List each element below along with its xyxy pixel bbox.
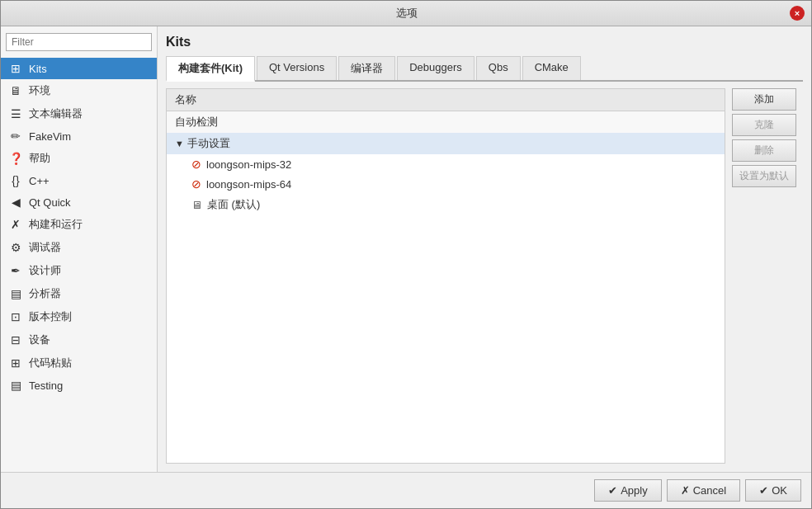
kits-icon: ⊞: [7, 62, 24, 75]
apply-label: Apply: [621, 484, 648, 497]
monitor-icon: 🖥: [191, 199, 202, 211]
analyzer-icon: ▤: [7, 287, 24, 300]
sidebar-label-vcs: 版本控制: [29, 309, 72, 324]
sidebar-item-analyzer[interactable]: ▤分析器: [1, 282, 157, 305]
dialog-body: ⊞Kits🖥环境☰文本编辑器✏FakeVim❓帮助{}C++◀Qt Quick✗…: [1, 26, 811, 472]
sidebar-label-designer: 设计师: [29, 263, 61, 278]
dialog-title: 选项: [24, 6, 790, 21]
kit-label: loongson-mips-32: [206, 158, 291, 171]
qt-quick-icon: ◀: [7, 196, 24, 209]
cancel-label: Cancel: [693, 484, 726, 497]
cpp-icon: {}: [7, 174, 24, 187]
fakevim-icon: ✏: [7, 130, 24, 143]
sidebar-label-testing: Testing: [29, 379, 63, 392]
kit-item-loongson-64[interactable]: ⊘loongson-mips-64: [167, 174, 725, 194]
main-content: Kits 构建套件(Kit)Qt Versions编译器DebuggersQbs…: [158, 26, 811, 472]
sidebar-item-testing[interactable]: ▤Testing: [1, 375, 157, 396]
dialog-footer: ✔ Apply ✗ Cancel ✔ OK: [1, 472, 811, 508]
title-bar: 选项 ×: [1, 1, 811, 26]
sidebar-item-kits[interactable]: ⊞Kits: [1, 58, 157, 79]
kit-list-body: 自动检测▼手动设置⊘loongson-mips-32⊘loongson-mips…: [167, 111, 725, 215]
sidebar-label-text-editor: 文本编辑器: [29, 106, 83, 121]
apply-check-icon: ✔: [608, 484, 617, 497]
sidebar-item-debugger[interactable]: ⚙调试器: [1, 236, 157, 259]
sidebar-item-fakevim[interactable]: ✏FakeVim: [1, 125, 157, 147]
kit-label: 桌面 (默认): [207, 197, 260, 212]
kit-label: loongson-mips-64: [206, 178, 291, 191]
error-icon: ⊘: [191, 177, 201, 191]
ok-check-icon: ✔: [759, 484, 768, 497]
kit-list: 名称 自动检测▼手动设置⊘loongson-mips-32⊘loongson-m…: [166, 88, 725, 464]
sidebar-label-kits: Kits: [29, 63, 47, 75]
set-default-button[interactable]: 设置为默认: [732, 165, 796, 187]
sidebar-item-help[interactable]: ❓帮助: [1, 147, 157, 170]
sidebar-label-devices: 设备: [29, 332, 50, 347]
delete-button[interactable]: 删除: [732, 139, 796, 162]
kit-group-auto[interactable]: 自动检测: [167, 111, 725, 133]
ok-label: OK: [772, 484, 787, 497]
tab-qbs[interactable]: Qbs: [476, 56, 521, 80]
sidebar-label-help: 帮助: [29, 151, 50, 166]
vcs-icon: ⊡: [7, 310, 24, 323]
sidebar-item-devices[interactable]: ⊟设备: [1, 328, 157, 351]
dialog-window: 选项 × ⊞Kits🖥环境☰文本编辑器✏FakeVim❓帮助{}C++◀Qt Q…: [0, 0, 812, 509]
help-icon: ❓: [7, 152, 24, 165]
sidebar-item-qt-quick[interactable]: ◀Qt Quick: [1, 191, 157, 213]
designer-icon: ✒: [7, 264, 24, 277]
filter-input[interactable]: [6, 33, 152, 51]
sidebar-item-text-editor[interactable]: ☰文本编辑器: [1, 102, 157, 125]
sidebar-item-code-paste[interactable]: ⊞代码粘贴: [1, 351, 157, 375]
debugger-icon: ⚙: [7, 241, 24, 254]
error-icon: ⊘: [191, 158, 201, 171]
code-paste-icon: ⊞: [7, 356, 24, 370]
sidebar-item-build-run[interactable]: ✗构建和运行: [1, 213, 157, 236]
sidebar-label-analyzer: 分析器: [29, 286, 61, 301]
chevron-icon: ▼: [175, 139, 184, 148]
sidebar-label-fakevim: FakeVim: [29, 130, 71, 143]
sidebar-item-cpp[interactable]: {}C++: [1, 170, 157, 191]
tabs-bar: 构建套件(Kit)Qt Versions编译器DebuggersQbsCMake: [166, 56, 803, 82]
cancel-x-icon: ✗: [681, 484, 690, 497]
kit-group-expanded-manual[interactable]: ▼手动设置: [167, 133, 725, 154]
kit-actions: 添加 克隆 删除 设置为默认: [732, 88, 796, 464]
add-button[interactable]: 添加: [732, 88, 796, 111]
tab-compilers[interactable]: 编译器: [338, 56, 395, 80]
ok-button[interactable]: ✔ OK: [745, 479, 801, 502]
tab-qt-versions[interactable]: Qt Versions: [257, 56, 337, 80]
testing-icon: ▤: [7, 379, 24, 392]
kit-item-desktop[interactable]: 🖥桌面 (默认): [167, 194, 725, 215]
tab-cmake[interactable]: CMake: [522, 56, 581, 80]
sidebar-label-cpp: C++: [29, 175, 50, 187]
sidebar-label-qt-quick: Qt Quick: [29, 196, 71, 209]
sidebar-label-code-paste: 代码粘贴: [29, 356, 72, 370]
sidebar-label-debugger: 调试器: [29, 240, 61, 255]
tab-kits-tab[interactable]: 构建套件(Kit): [166, 56, 255, 82]
cancel-button[interactable]: ✗ Cancel: [667, 479, 740, 502]
content-area: 名称 自动检测▼手动设置⊘loongson-mips-32⊘loongson-m…: [166, 88, 803, 464]
sidebar-item-vcs[interactable]: ⊡版本控制: [1, 305, 157, 328]
close-button[interactable]: ×: [790, 6, 805, 21]
tab-debuggers[interactable]: Debuggers: [397, 56, 474, 80]
sidebar-item-designer[interactable]: ✒设计师: [1, 259, 157, 282]
sidebar-label-build-run: 构建和运行: [29, 217, 83, 232]
apply-button[interactable]: ✔ Apply: [594, 479, 662, 502]
devices-icon: ⊟: [7, 333, 24, 346]
text-editor-icon: ☰: [7, 107, 24, 120]
list-header: 名称: [167, 89, 725, 111]
build-run-icon: ✗: [7, 218, 24, 231]
sidebar: ⊞Kits🖥环境☰文本编辑器✏FakeVim❓帮助{}C++◀Qt Quick✗…: [1, 26, 158, 472]
sidebar-label-env: 环境: [29, 83, 50, 98]
clone-button[interactable]: 克隆: [732, 114, 796, 136]
sidebar-item-env[interactable]: 🖥环境: [1, 79, 157, 102]
env-icon: 🖥: [7, 84, 24, 97]
kit-item-loongson-32[interactable]: ⊘loongson-mips-32: [167, 154, 725, 174]
page-title: Kits: [166, 35, 803, 49]
